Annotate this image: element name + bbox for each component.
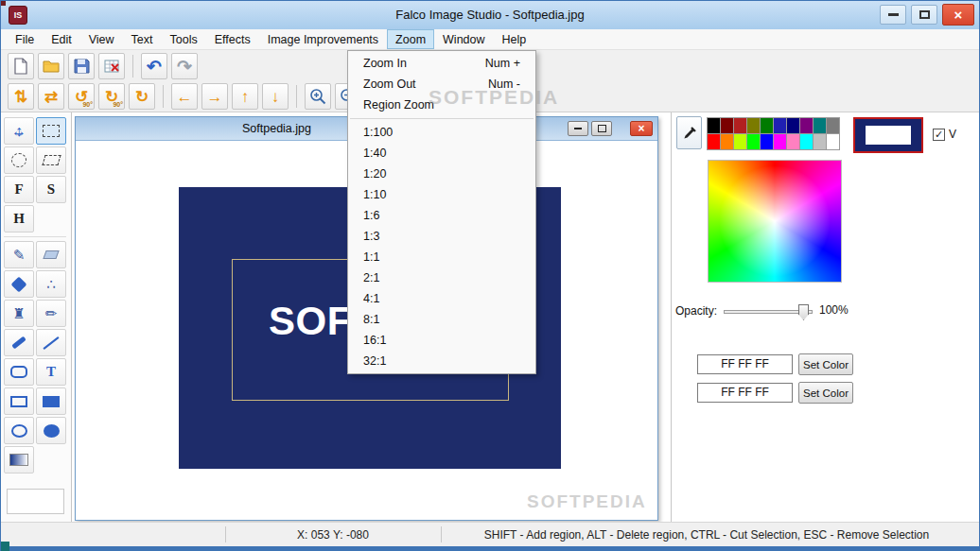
undo-button[interactable]: ↶: [141, 53, 167, 79]
rounded-shape-tool-button[interactable]: [4, 358, 34, 386]
palette-color[interactable]: [813, 117, 827, 134]
palette-color[interactable]: [746, 117, 761, 134]
document-close-button[interactable]: ×: [630, 121, 653, 136]
shift-right-button[interactable]: →: [201, 83, 228, 110]
palette-color[interactable]: [733, 133, 747, 150]
flip-vertical-button[interactable]: ⇅: [8, 83, 34, 110]
zoom-ratio-option[interactable]: 16:1: [348, 330, 535, 351]
opacity-slider[interactable]: [724, 310, 813, 314]
brush-tool-button[interactable]: [4, 329, 34, 356]
palette-color[interactable]: [720, 133, 734, 150]
zoom-ratio-option[interactable]: 1:6: [348, 205, 535, 226]
title-bar[interactable]: IS Falco Image Studio - Softpedia.jpg ×: [1, 1, 979, 29]
ellipse-filled-tool-button[interactable]: [36, 417, 66, 444]
minimize-button[interactable]: [880, 5, 906, 25]
palette-color[interactable]: [786, 117, 800, 134]
palette-color[interactable]: [733, 117, 747, 134]
menu-item-zoom[interactable]: Zoom: [387, 29, 434, 49]
palette-color[interactable]: [760, 117, 774, 134]
set-color-button-1[interactable]: Set Color: [798, 353, 853, 375]
overlay-checkbox[interactable]: ✓: [933, 129, 945, 141]
rectangle-filled-tool-button[interactable]: [36, 387, 66, 415]
gradient-tool-button[interactable]: [4, 446, 34, 474]
palette-color[interactable]: [760, 133, 774, 150]
flip-horizontal-button[interactable]: ⇄: [38, 83, 64, 110]
zoom-ratio-option[interactable]: 1:3: [348, 226, 535, 247]
ellipse-outline-tool-button[interactable]: [4, 417, 34, 444]
menu-item-file[interactable]: File: [7, 29, 43, 49]
eyedropper-button[interactable]: [676, 116, 702, 149]
shift-left-button[interactable]: ←: [171, 83, 198, 110]
zoom-ratio-option[interactable]: 2:1: [348, 267, 535, 288]
menu-item-edit[interactable]: Edit: [43, 29, 80, 49]
rectangle-outline-tool-button[interactable]: [4, 387, 34, 415]
menu-item-window[interactable]: Window: [434, 29, 493, 49]
palette-color[interactable]: [799, 133, 814, 150]
palette-color[interactable]: [773, 133, 787, 150]
rotate-left-90-button[interactable]: ↺90°: [68, 83, 95, 110]
zoom-ratio-option[interactable]: 1:10: [348, 184, 535, 205]
stamp-tool-button[interactable]: ♜: [4, 300, 34, 327]
zoom-ratio-option[interactable]: 1:1: [348, 247, 535, 267]
menu-option-zoom-out[interactable]: Zoom Out Num -: [348, 74, 535, 95]
palette-color[interactable]: [826, 117, 840, 134]
new-file-button[interactable]: [8, 53, 34, 79]
menu-item-effects[interactable]: Effects: [206, 29, 259, 49]
menu-item-tools[interactable]: Tools: [162, 29, 206, 49]
free-select-tool-button[interactable]: [36, 146, 66, 174]
text-tool-button[interactable]: T: [36, 358, 66, 386]
menu-item-image-improvements[interactable]: Image Improvements: [259, 29, 387, 49]
document-maximize-button[interactable]: [591, 121, 612, 136]
pen-tool-button[interactable]: ✎: [4, 241, 34, 268]
document-minimize-button[interactable]: [568, 121, 588, 136]
zoom-ratio-option[interactable]: 32:1: [348, 351, 535, 371]
close-file-button[interactable]: [98, 53, 125, 79]
rotate-right-90-button[interactable]: ↻90°: [98, 83, 125, 110]
palette-color[interactable]: [786, 133, 800, 150]
zoom-ratio-option[interactable]: 1:100: [348, 122, 535, 143]
zoom-ratio-option[interactable]: 8:1: [348, 309, 535, 330]
palette-color[interactable]: [813, 133, 827, 150]
open-file-button[interactable]: [38, 53, 64, 79]
shift-up-button[interactable]: ↑: [232, 83, 258, 110]
current-color-swatch[interactable]: [853, 117, 923, 153]
palette-color[interactable]: [746, 133, 761, 150]
pencil-tool-button[interactable]: ✏: [36, 300, 66, 327]
shift-down-button[interactable]: ↓: [262, 83, 289, 110]
fill-tool-button[interactable]: [4, 270, 34, 298]
palette-color[interactable]: [773, 117, 787, 134]
set-color-button-2[interactable]: Set Color: [798, 382, 853, 404]
color-gradient-picker[interactable]: [708, 160, 842, 283]
rectangle-select-tool-button[interactable]: [36, 117, 66, 145]
maximize-button[interactable]: [911, 5, 937, 25]
f-tool-button[interactable]: F: [4, 176, 34, 203]
move-tool-button[interactable]: ↔↕: [4, 117, 34, 145]
palette-color[interactable]: [707, 117, 721, 134]
menu-item-text[interactable]: Text: [123, 29, 162, 49]
palette-color[interactable]: [799, 117, 814, 134]
menu-option-region-zoom[interactable]: Region Zoom: [348, 95, 535, 115]
menu-item-help[interactable]: Help: [494, 29, 535, 49]
ellipse-select-tool-button[interactable]: [4, 146, 34, 174]
zoom-ratio-option[interactable]: 1:20: [348, 164, 535, 184]
spray-tool-button[interactable]: ∴: [36, 270, 66, 298]
menu-option-zoom-in[interactable]: Zoom In Num +: [348, 53, 535, 74]
free-rotate-button[interactable]: ↻: [129, 83, 155, 110]
eraser-tool-button[interactable]: [36, 241, 66, 268]
zoom-in-button[interactable]: [305, 83, 331, 110]
save-button[interactable]: [68, 53, 95, 79]
opacity-slider-thumb[interactable]: [798, 304, 809, 320]
color-hex-field-2[interactable]: FF FF FF: [697, 383, 793, 403]
palette-color[interactable]: [826, 133, 840, 150]
s-tool-button[interactable]: S: [36, 176, 66, 203]
h-tool-button[interactable]: H: [4, 205, 34, 232]
zoom-ratio-option[interactable]: 1:40: [348, 143, 535, 164]
palette-color[interactable]: [707, 133, 721, 150]
line-tool-button[interactable]: [36, 329, 66, 356]
menu-item-view[interactable]: View: [80, 29, 123, 49]
zoom-ratio-option[interactable]: 4:1: [348, 288, 535, 309]
palette-color[interactable]: [720, 117, 734, 134]
redo-button[interactable]: ↷: [171, 53, 198, 79]
color-hex-field-1[interactable]: FF FF FF: [697, 354, 793, 374]
close-button[interactable]: ×: [942, 4, 974, 26]
